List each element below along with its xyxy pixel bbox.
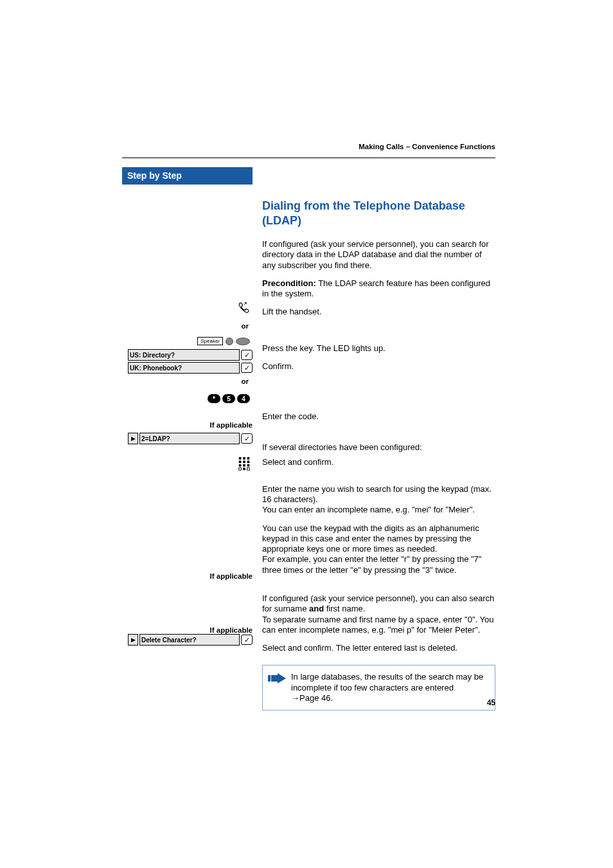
scroll-chevron-icon: ▶ [128,634,138,646]
svg-rect-3 [239,461,242,464]
note-page-ref[interactable]: Page 46. [291,693,333,703]
confirm-check-icon: ✓ [241,635,253,645]
or-label-2: or [122,377,253,385]
svg-rect-7 [243,464,245,467]
confirm-text: Confirm. [262,361,495,372]
page-number: 45 [487,698,495,707]
svg-rect-13 [271,675,278,682]
scroll-chevron-icon: ▶ [128,433,138,444]
code-keys: * 5 4 [208,394,250,403]
header-rule [122,158,495,158]
speaker-key-label: Speaker [197,337,223,345]
key-star-icon: * [208,394,220,403]
led-icon [226,338,233,345]
note-text: In large databases, the results of the s… [291,672,483,692]
surname-paragraph: If configured (ask your service personne… [262,583,495,635]
lift-handset-text: Lift the handset. [262,307,495,317]
key-5-icon: 5 [222,394,235,403]
key-ellipse-icon [236,338,250,345]
confirm-check-icon: ✓ [241,350,253,360]
if-applicable-label-1: If applicable [122,421,253,429]
precondition-paragraph: Precondition: The LDAP search feature ha… [262,278,495,300]
handset-icon [122,302,253,316]
section-title: Dialing from the Telephone Database (LDA… [262,199,495,228]
svg-rect-4 [243,461,245,464]
step-by-step-bar: Step by Step [122,167,253,185]
select-confirm-text: Select and confirm. [262,457,495,467]
press-key-text: Press the key. The LED lights up. [262,343,495,354]
menu-uk-phonebook: UK: Phonebook? [128,362,240,374]
surname-pre: If configured (ask your service personne… [262,593,494,613]
confirm-check-icon: ✓ [241,433,253,444]
confirm-check-icon: ✓ [241,363,253,373]
key-4-icon: 4 [237,394,250,403]
or-label-1: or [122,322,253,330]
note-arrow-icon [268,672,286,687]
svg-rect-6 [239,464,242,467]
menu-ldap: 2=LDAP? [139,433,240,444]
svg-marker-14 [278,673,286,683]
speaker-key: Speaker [197,337,250,345]
enter-name-text: Enter the name you wish to search for us… [262,484,495,516]
svg-rect-2 [247,457,250,460]
if-applicable-label-3: If applicable [122,626,253,634]
keypad-icon [122,457,253,473]
precondition-label: Precondition: [262,278,316,288]
svg-rect-9 [243,468,245,471]
if-applicable-label-2: If applicable [122,572,253,580]
intro-paragraph: If configured (ask your service personne… [262,239,495,271]
svg-rect-8 [247,464,250,467]
surname-and: and [309,604,324,613]
if-dirs-text: If several directories have been configu… [262,442,495,453]
keypad-paragraph: You can use the keypad with the digits a… [262,523,495,575]
note-box: In large databases, the results of the s… [262,665,495,710]
menu-us-directory: US: Directory? [128,349,240,361]
select-confirm-delete-text: Select and confirm. The letter entered l… [262,643,495,653]
menu-delete-character: Delete Character? [139,634,240,646]
svg-rect-10 [239,468,242,471]
svg-rect-12 [268,675,271,682]
svg-rect-11 [247,468,250,471]
enter-code-text: Enter the code. [262,411,495,422]
svg-rect-0 [239,457,242,460]
svg-rect-5 [247,461,250,464]
running-head: Making Calls – Convenience Functions [359,143,495,150]
svg-rect-1 [243,457,245,460]
